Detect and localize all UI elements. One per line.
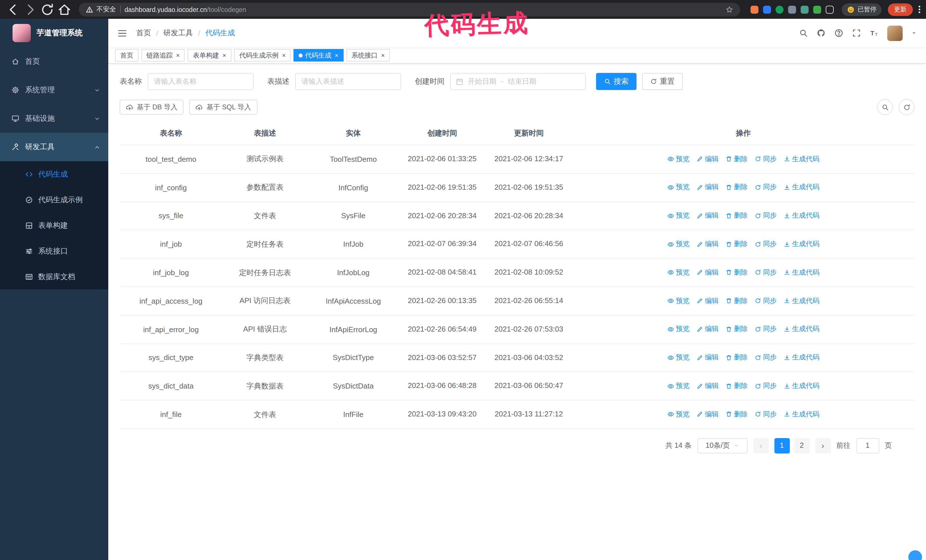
generate-link[interactable]: 生成代码 — [784, 325, 819, 334]
sync-link[interactable]: 同步 — [755, 183, 777, 192]
refresh-table-button[interactable] — [899, 99, 915, 115]
extension-icon[interactable] — [826, 5, 834, 14]
browser-menu-icon[interactable] — [918, 6, 920, 13]
delete-link[interactable]: 删除 — [725, 353, 747, 362]
home-icon[interactable] — [57, 2, 72, 17]
sidebar-item-infra[interactable]: 基础设施 — [0, 104, 108, 133]
extension-icon[interactable] — [750, 5, 758, 14]
tab-api[interactable]: 系统接口× — [346, 49, 390, 62]
preview-link[interactable]: 预览 — [667, 239, 690, 249]
user-avatar[interactable] — [887, 25, 903, 41]
back-icon[interactable] — [6, 2, 21, 17]
edit-link[interactable]: 编辑 — [696, 239, 719, 249]
delete-link[interactable]: 删除 — [725, 183, 747, 192]
sync-link[interactable]: 同步 — [755, 296, 777, 306]
import-db-button[interactable]: 基于 DB 导入 — [120, 100, 184, 115]
page-button-1[interactable]: 1 — [774, 438, 790, 453]
preview-link[interactable]: 预览 — [667, 268, 690, 278]
page-button-2[interactable]: 2 — [794, 438, 809, 453]
delete-link[interactable]: 删除 — [725, 325, 747, 334]
tab-tracing[interactable]: 链路追踪× — [141, 49, 185, 62]
sync-link[interactable]: 同步 — [755, 381, 777, 391]
hamburger-icon[interactable] — [117, 28, 127, 38]
edit-link[interactable]: 编辑 — [696, 353, 719, 362]
table-desc-input[interactable] — [295, 73, 401, 90]
security-warning[interactable]: 不安全 — [85, 5, 116, 14]
close-icon[interactable]: × — [176, 52, 180, 58]
close-icon[interactable]: × — [381, 52, 385, 58]
table-name-input[interactable] — [148, 73, 254, 90]
tab-form-builder[interactable]: 表单构建× — [188, 49, 232, 62]
search-icon[interactable] — [799, 29, 808, 38]
generate-link[interactable]: 生成代码 — [784, 183, 819, 192]
delete-link[interactable]: 删除 — [725, 211, 747, 220]
preview-link[interactable]: 预览 — [667, 410, 690, 419]
delete-link[interactable]: 删除 — [725, 154, 747, 164]
generate-link[interactable]: 生成代码 — [784, 381, 819, 391]
prev-page-button[interactable]: ‹ — [753, 438, 769, 453]
preview-link[interactable]: 预览 — [667, 183, 690, 192]
generate-link[interactable]: 生成代码 — [784, 154, 819, 164]
preview-link[interactable]: 预览 — [667, 154, 690, 164]
forward-icon[interactable] — [23, 2, 38, 17]
sync-link[interactable]: 同步 — [755, 410, 777, 419]
close-icon[interactable]: × — [335, 52, 339, 58]
breadcrumb-item[interactable]: 研发工具 — [163, 28, 193, 38]
reload-icon[interactable] — [40, 2, 55, 17]
next-page-button[interactable]: › — [815, 438, 831, 453]
preview-link[interactable]: 预览 — [667, 381, 690, 391]
page-size-select[interactable]: 10条/页 — [697, 438, 747, 453]
bookmark-star-icon[interactable] — [725, 5, 733, 14]
date-range-picker[interactable]: 开始日期 - 结束日期 — [450, 73, 586, 90]
extension-icon[interactable] — [800, 5, 809, 14]
edit-link[interactable]: 编辑 — [696, 410, 719, 419]
extension-icon[interactable] — [776, 5, 784, 14]
sidebar-item-codegen[interactable]: 代码生成 — [0, 161, 108, 187]
edit-link[interactable]: 编辑 — [696, 381, 719, 391]
goto-page-input[interactable] — [856, 438, 879, 453]
edit-link[interactable]: 编辑 — [696, 211, 719, 220]
update-button[interactable]: 更新 — [888, 3, 913, 16]
font-size-icon[interactable]: TT — [870, 29, 879, 38]
preview-link[interactable]: 预览 — [667, 353, 690, 362]
sync-link[interactable]: 同步 — [755, 239, 777, 249]
extension-icon[interactable] — [813, 5, 821, 14]
breadcrumb-item[interactable]: 首页 — [136, 28, 151, 38]
sidebar-item-system[interactable]: 系统管理 — [0, 76, 108, 104]
reset-button[interactable]: 重置 — [642, 73, 683, 90]
delete-link[interactable]: 删除 — [725, 381, 747, 391]
generate-link[interactable]: 生成代码 — [784, 268, 819, 278]
preview-link[interactable]: 预览 — [667, 211, 690, 220]
generate-link[interactable]: 生成代码 — [784, 410, 819, 419]
edit-link[interactable]: 编辑 — [696, 296, 719, 306]
sync-link[interactable]: 同步 — [755, 154, 777, 164]
sidebar-item-api[interactable]: 系统接口 — [0, 238, 108, 264]
github-icon[interactable] — [817, 29, 826, 38]
tab-home[interactable]: 首页 — [115, 49, 138, 62]
edit-link[interactable]: 编辑 — [696, 325, 719, 334]
extension-icon[interactable] — [763, 5, 771, 14]
delete-link[interactable]: 删除 — [725, 410, 747, 419]
delete-link[interactable]: 删除 — [725, 239, 747, 249]
sync-link[interactable]: 同步 — [755, 211, 777, 220]
sync-link[interactable]: 同步 — [755, 325, 777, 334]
chevron-down-icon[interactable] — [911, 30, 917, 36]
profile-paused-badge[interactable]: 已暂停 — [842, 3, 882, 16]
sidebar-item-home[interactable]: 首页 — [0, 47, 108, 76]
sync-link[interactable]: 同步 — [755, 268, 777, 278]
fullscreen-icon[interactable] — [852, 29, 861, 38]
delete-link[interactable]: 删除 — [725, 268, 747, 278]
app-logo[interactable]: 芋道管理系统 — [0, 19, 108, 47]
generate-link[interactable]: 生成代码 — [784, 353, 819, 362]
sync-link[interactable]: 同步 — [755, 353, 777, 362]
preview-link[interactable]: 预览 — [667, 296, 690, 306]
extension-icon[interactable] — [788, 5, 796, 14]
edit-link[interactable]: 编辑 — [696, 154, 719, 164]
import-sql-button[interactable]: 基于 SQL 导入 — [189, 100, 257, 115]
generate-link[interactable]: 生成代码 — [784, 211, 819, 220]
close-icon[interactable]: × — [282, 52, 286, 58]
preview-link[interactable]: 预览 — [667, 325, 690, 334]
toggle-search-button[interactable] — [877, 99, 893, 115]
search-button[interactable]: 搜索 — [596, 73, 637, 90]
tab-codegen[interactable]: 代码生成× — [294, 49, 343, 62]
